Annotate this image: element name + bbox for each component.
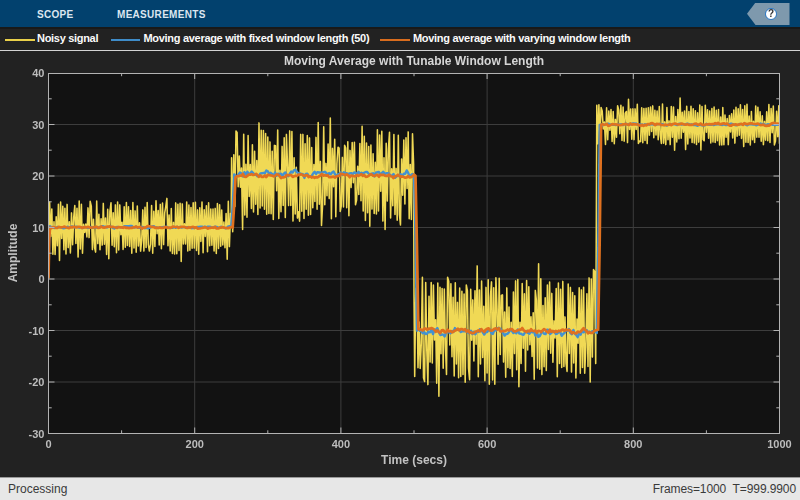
svg-text:-20: -20 [29, 376, 45, 388]
svg-text:-30: -30 [29, 428, 45, 440]
svg-text:400: 400 [332, 438, 350, 450]
svg-text:-10: -10 [29, 325, 45, 337]
svg-text:0: 0 [45, 438, 51, 450]
svg-text:30: 30 [32, 119, 44, 131]
svg-text:200: 200 [186, 438, 204, 450]
svg-text:800: 800 [624, 438, 642, 450]
svg-text:Moving Average with Tunable Wi: Moving Average with Tunable Window Lengt… [284, 54, 544, 68]
svg-text:20: 20 [32, 170, 44, 182]
svg-text:1000: 1000 [767, 438, 791, 450]
svg-text:40: 40 [32, 67, 44, 79]
svg-text:10: 10 [32, 222, 44, 234]
svg-text:0: 0 [38, 273, 44, 285]
svg-text:600: 600 [478, 438, 496, 450]
svg-text:Time (secs): Time (secs) [381, 453, 447, 467]
svg-text:Amplitude: Amplitude [6, 223, 20, 282]
